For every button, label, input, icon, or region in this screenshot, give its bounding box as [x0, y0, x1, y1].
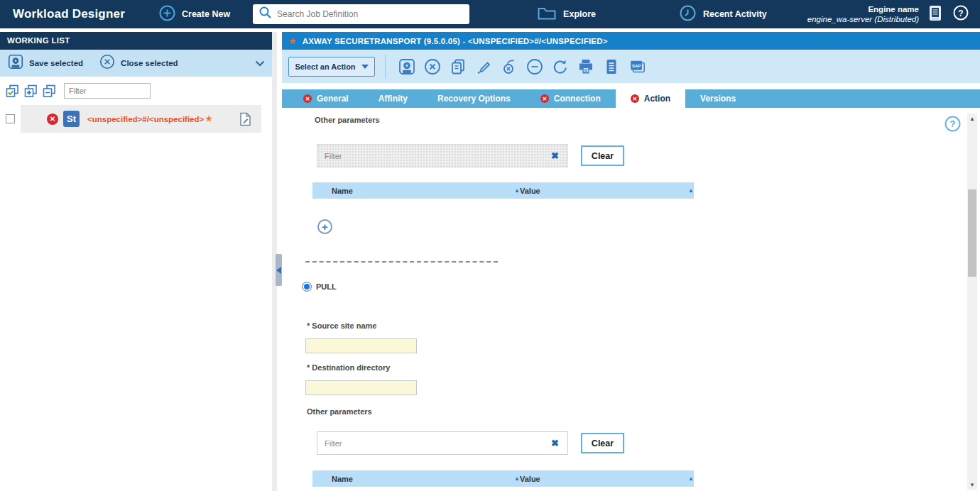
select-an-action-dropdown[interactable]: Select an Action — [288, 57, 375, 77]
column-header-name[interactable]: Name ▲ — [312, 475, 520, 483]
select-an-action-label: Select an Action — [295, 62, 355, 71]
add-parameter-button[interactable]: + — [317, 219, 332, 234]
scroll-down-icon[interactable]: ▼ — [967, 480, 977, 490]
sort-asc-icon[interactable]: ▲ — [514, 475, 520, 482]
working-list-filter-row — [0, 77, 272, 99]
remove-button[interactable] — [526, 57, 544, 76]
destination-directory-input[interactable] — [305, 380, 417, 395]
error-badge-icon: ✕ — [303, 94, 312, 103]
save-button[interactable] — [398, 57, 416, 76]
working-list-item[interactable]: ✕ St <unspecified>#/<unspecified> ★ — [21, 105, 261, 133]
help-button[interactable]: ? — [953, 5, 969, 23]
unlock-button[interactable] — [500, 57, 518, 76]
item-checkbox[interactable] — [6, 114, 15, 123]
svg-text:?: ? — [950, 118, 956, 129]
recent-activity-button[interactable]: Recent Activity — [680, 5, 767, 24]
save-selected-button[interactable]: Save selected — [7, 53, 83, 73]
unsaved-changes-star: ★ — [205, 114, 212, 123]
collapse-sidebar-handle[interactable] — [276, 254, 282, 286]
sort-asc-icon[interactable]: ▲ — [514, 187, 520, 194]
search-box[interactable] — [253, 4, 469, 24]
section-divider — [305, 261, 498, 263]
save-icon — [398, 57, 416, 76]
edit-button[interactable] — [474, 57, 493, 76]
working-list-toolbar: Save selected Close selected — [0, 50, 272, 77]
tab-action-label: Action — [644, 94, 670, 104]
sap-button[interactable]: SAP — [628, 57, 646, 76]
tab-recovery-options[interactable]: Recovery Options — [423, 89, 526, 108]
print-button[interactable] — [577, 57, 595, 76]
tab-affinity[interactable]: Affinity — [364, 89, 423, 108]
clear-filter-x-icon[interactable]: ✖ — [543, 150, 567, 161]
sort-asc-icon[interactable]: ▲ — [688, 475, 694, 482]
column-header-value[interactable]: Value ▲ — [520, 187, 694, 195]
parameters-filter-input-1[interactable] — [317, 152, 543, 160]
redo-arrow-icon — [551, 57, 570, 76]
select-all-check-icon[interactable] — [6, 84, 19, 98]
document-lines-icon — [602, 57, 621, 76]
parameters-table-header-1: Name ▲ Value ▲ — [312, 182, 694, 199]
clear-button-1[interactable]: Clear — [581, 145, 624, 166]
column-header-name[interactable]: Name ▲ — [312, 187, 520, 195]
close-selected-label: Close selected — [121, 59, 178, 67]
panel-splitter[interactable] — [272, 32, 282, 491]
scrollbar-thumb[interactable] — [968, 189, 976, 277]
close-selected-button[interactable]: Close selected — [99, 53, 178, 73]
tab-versions[interactable]: Versions — [685, 89, 751, 108]
destination-directory-label: * Destination directory — [307, 363, 390, 372]
restore-button[interactable] — [551, 57, 570, 76]
tab-affinity-label: Affinity — [379, 94, 408, 104]
create-new-label: Create New — [182, 9, 230, 19]
save-icon — [7, 53, 24, 73]
vertical-scrollbar[interactable]: ▲ ▼ — [967, 114, 977, 490]
pull-radio-option[interactable]: PULL — [302, 282, 337, 292]
document-list-icon — [929, 5, 942, 24]
radio-selected-icon[interactable] — [302, 282, 312, 292]
context-help-button[interactable]: ? — [944, 116, 961, 132]
editor-title: AXWAY SECURETRANSPORT (9.5.0.05) - <UNSP… — [303, 37, 608, 45]
parameters-filter-box-2: ✖ — [317, 431, 568, 455]
engine-name-label: Engine name — [807, 4, 919, 14]
engine-info: Engine name engine_wa-server (Distribute… — [807, 4, 919, 25]
modified-star-icon: ★ — [288, 35, 297, 46]
search-input[interactable] — [277, 9, 464, 19]
open-in-editor-icon[interactable] — [239, 112, 251, 126]
select-all-plus-icon[interactable] — [24, 84, 38, 98]
explore-label: Explore — [563, 9, 596, 19]
more-actions-chevron[interactable] — [255, 60, 265, 67]
duplicate-button[interactable] — [449, 57, 467, 76]
scroll-up-icon[interactable]: ▲ — [967, 114, 977, 123]
editor-tabbar: ✕ General Affinity Recovery Options ✕ Co… — [282, 89, 980, 108]
other-parameters-heading-2: Other parameters — [307, 407, 372, 416]
close-button[interactable] — [423, 57, 442, 76]
source-site-name-label: * Source site name — [307, 321, 376, 330]
tab-action[interactable]: ✕ Action — [616, 89, 685, 108]
deselect-all-minus-icon[interactable] — [43, 84, 56, 98]
tab-recovery-options-label: Recovery Options — [437, 94, 511, 104]
clear-button-2[interactable]: Clear — [581, 433, 624, 453]
parameters-filter-input-2[interactable] — [317, 439, 543, 448]
source-site-name-input[interactable] — [305, 338, 417, 353]
tab-connection[interactable]: ✕ Connection — [526, 89, 616, 108]
error-status-icon: ✕ — [47, 114, 58, 125]
editor-titlebar: ★ AXWAY SECURETRANSPORT (9.5.0.05) - <UN… — [282, 32, 980, 50]
save-selected-label: Save selected — [29, 59, 83, 67]
explore-button[interactable]: Explore — [538, 6, 596, 23]
details-button[interactable] — [602, 57, 621, 76]
column-header-value[interactable]: Value ▲ — [520, 475, 694, 483]
engine-name-value: engine_wa-server (Distributed) — [807, 14, 919, 24]
toolbar-separator — [385, 55, 386, 79]
engine-console-button[interactable] — [929, 5, 942, 24]
unlock-icon — [500, 57, 518, 76]
clear-filter-x-icon[interactable]: ✖ — [543, 438, 567, 448]
sap-icon: SAP — [628, 57, 646, 76]
help-icon: ? — [944, 116, 961, 132]
create-new-button[interactable]: Create New — [159, 5, 230, 24]
parameters-filter-box-1: ✖ — [317, 144, 568, 167]
working-list-title: WORKING LIST — [0, 32, 272, 50]
parameters-table-header-2: Name ▲ Value ▲ — [312, 470, 694, 487]
folder-icon — [538, 6, 556, 23]
tab-general[interactable]: ✕ General — [288, 89, 364, 108]
working-list-filter-input[interactable] — [64, 83, 151, 99]
sort-asc-icon[interactable]: ▲ — [688, 187, 694, 194]
